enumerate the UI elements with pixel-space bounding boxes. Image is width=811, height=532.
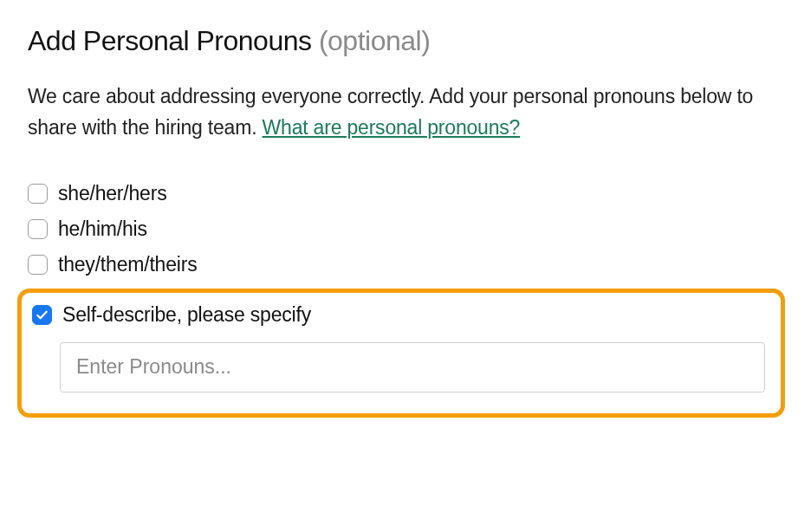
checkbox-they-them[interactable] <box>28 255 48 275</box>
checkbox-he-him[interactable] <box>28 219 48 239</box>
checkmark-icon <box>36 308 49 321</box>
checkbox-she-her[interactable] <box>28 184 48 204</box>
what-are-pronouns-link[interactable]: What are personal pronouns? <box>263 116 521 139</box>
option-they-them: they/them/theirs <box>28 253 783 276</box>
option-she-her: she/her/hers <box>28 182 783 205</box>
option-self-describe: Self-describe, please specify <box>32 303 765 327</box>
label-she-her[interactable]: she/her/hers <box>58 182 166 205</box>
self-describe-highlight: Self-describe, please specify <box>17 289 785 418</box>
label-they-them[interactable]: they/them/theirs <box>58 253 197 276</box>
checkbox-self-describe[interactable] <box>32 305 52 325</box>
label-he-him[interactable]: he/him/his <box>58 217 147 241</box>
heading-main: Add Personal Pronouns <box>28 25 312 56</box>
section-description: We care about addressing everyone correc… <box>28 81 783 143</box>
section-heading: Add Personal Pronouns (optional) <box>28 24 783 57</box>
heading-optional: (optional) <box>319 25 430 56</box>
pronoun-options: she/her/hers he/him/his they/them/theirs… <box>28 182 783 418</box>
label-self-describe[interactable]: Self-describe, please specify <box>62 303 311 327</box>
self-describe-input[interactable] <box>60 342 765 393</box>
option-he-him: he/him/his <box>28 217 783 241</box>
